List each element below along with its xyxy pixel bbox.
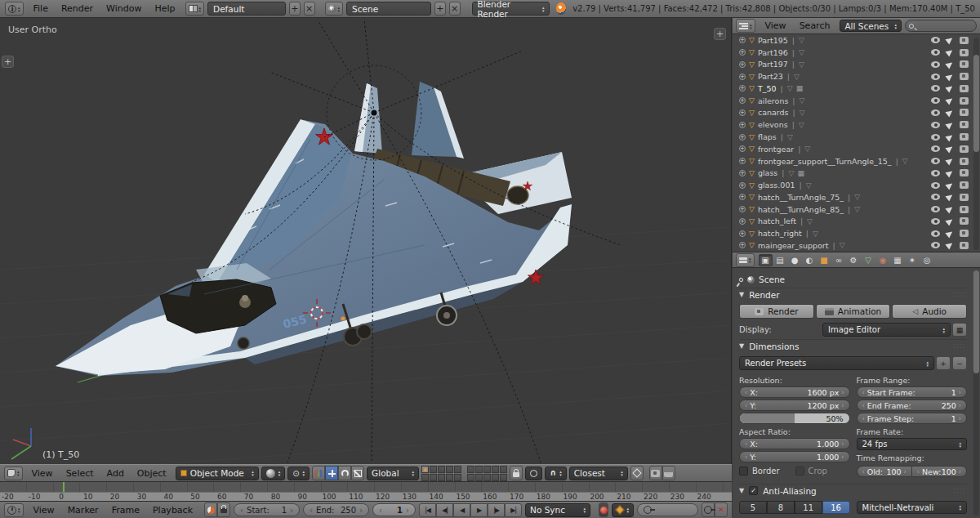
- expand-icon[interactable]: +: [739, 194, 746, 200]
- jump-to-start-button[interactable]: |◀: [419, 503, 436, 517]
- layer-cell[interactable]: [483, 466, 491, 473]
- insert-keyframe-button[interactable]: [702, 502, 715, 517]
- visibility-eye-icon[interactable]: [931, 206, 940, 212]
- renderability-camera-icon[interactable]: [960, 85, 969, 92]
- editor-type-timeline-button[interactable]: ▴▾: [4, 503, 24, 517]
- visibility-eye-icon[interactable]: [931, 242, 940, 248]
- outliner-item-hatch__TurnAngle_75_[interactable]: +▽hatch__TurnAngle_75_|▽: [733, 191, 973, 203]
- start-frame-prop-field[interactable]: ‹Start Frame:1›: [857, 386, 968, 398]
- layer-cell[interactable]: [421, 466, 429, 473]
- properties-tab-texture[interactable]: ▦: [891, 254, 905, 266]
- add-scene-button[interactable]: +: [434, 2, 446, 16]
- lock-time-button[interactable]: [217, 502, 230, 517]
- visibility-eye-icon[interactable]: [931, 49, 940, 56]
- visibility-eye-icon[interactable]: [931, 158, 940, 164]
- layer-cell[interactable]: [500, 474, 507, 481]
- outliner-item-frontgear[interactable]: +▽frontgear|▽: [733, 143, 973, 155]
- aspect-x-field[interactable]: ‹X:1.000›: [739, 438, 850, 449]
- selectability-cursor-icon[interactable]: [945, 120, 954, 129]
- visibility-eye-icon[interactable]: [931, 122, 940, 128]
- outliner-item-Part195[interactable]: +▽Part195|▽: [733, 34, 973, 47]
- aspect-y-field[interactable]: ‹Y:1.000›: [739, 451, 850, 462]
- outliner-item-glass.001[interactable]: +▽glass.001|▽: [733, 179, 973, 191]
- expand-icon[interactable]: +: [739, 218, 746, 225]
- properties-shelf-expand-button[interactable]: +: [714, 28, 726, 40]
- renderability-camera-icon[interactable]: [960, 133, 969, 141]
- render-panel-header[interactable]: ▼ Render::::: [739, 288, 967, 301]
- layer-cell[interactable]: [421, 474, 429, 481]
- properties-tab-object-data[interactable]: ▽: [862, 254, 875, 266]
- layers-grid-1[interactable]: [421, 466, 461, 481]
- auto-keyframe-button[interactable]: [599, 502, 608, 517]
- menu-object[interactable]: Object: [131, 468, 173, 479]
- opengl-render-anim-button[interactable]: [662, 466, 675, 480]
- expand-icon[interactable]: +: [739, 61, 746, 68]
- expand-icon[interactable]: +: [739, 109, 746, 116]
- expand-icon[interactable]: +: [739, 122, 746, 128]
- menu-add[interactable]: Add: [100, 468, 131, 479]
- render-engine-select[interactable]: Blender Render▴▾: [472, 2, 550, 16]
- selectability-cursor-icon[interactable]: [945, 96, 954, 105]
- menu-window[interactable]: Window: [100, 3, 148, 14]
- visibility-eye-icon[interactable]: [931, 194, 940, 200]
- timeline-ruler[interactable]: -20-100102030405060708090100110120130140…: [0, 492, 732, 501]
- selectability-cursor-icon[interactable]: [945, 241, 954, 250]
- menu-view[interactable]: View: [759, 20, 793, 31]
- properties-tab-object[interactable]: ■: [817, 254, 831, 266]
- next-keyframe-button[interactable]: |▶: [488, 503, 505, 517]
- scene-name-field[interactable]: Scene: [346, 2, 431, 16]
- visibility-eye-icon[interactable]: [931, 230, 940, 237]
- timeline-track[interactable]: [0, 482, 732, 492]
- add-layout-button[interactable]: +: [289, 2, 301, 16]
- layer-cell[interactable]: [475, 474, 483, 481]
- renderability-camera-icon[interactable]: [960, 181, 969, 189]
- menu-frame[interactable]: Frame: [105, 505, 146, 516]
- aircraft-model[interactable]: 055: [56, 82, 572, 376]
- layer-cell[interactable]: [483, 474, 491, 481]
- selectability-cursor-icon[interactable]: [945, 156, 954, 165]
- prev-keyframe-button[interactable]: ◀|: [436, 503, 453, 517]
- snap-target-button[interactable]: [630, 466, 644, 480]
- selectability-cursor-icon[interactable]: [945, 108, 954, 117]
- expand-icon[interactable]: +: [739, 134, 746, 141]
- renderability-camera-icon[interactable]: [960, 158, 969, 165]
- crop-checkbox[interactable]: [795, 467, 804, 476]
- close-layout-button[interactable]: ×: [304, 2, 315, 16]
- remove-preset-button[interactable]: −: [952, 356, 967, 370]
- visibility-eye-icon[interactable]: [931, 218, 940, 225]
- properties-tab-modifiers[interactable]: ⚙: [847, 254, 861, 266]
- outliner-item-glass[interactable]: +▽glass|▽▦: [733, 167, 973, 179]
- selectability-cursor-icon[interactable]: [945, 36, 954, 45]
- properties-tab-particles[interactable]: ✶: [906, 254, 920, 266]
- screen-layout-icon-button[interactable]: ▴▾: [185, 2, 205, 16]
- 3d-viewport[interactable]: 055: [0, 18, 732, 464]
- selectability-cursor-icon[interactable]: [945, 204, 954, 213]
- add-preset-button[interactable]: +: [936, 356, 951, 370]
- properties-tab-physics[interactable]: ◎: [920, 254, 934, 266]
- layer-cell[interactable]: [438, 466, 445, 473]
- snap-toggle[interactable]: ∪▴▾: [545, 467, 567, 480]
- properties-tab-render-layers[interactable]: ▤: [773, 254, 787, 266]
- menu-search[interactable]: Search: [793, 20, 837, 31]
- resolution-x-field[interactable]: ‹X:1600 px›: [739, 386, 850, 398]
- expand-icon[interactable]: +: [739, 74, 746, 80]
- menu-view[interactable]: View: [27, 505, 61, 516]
- menu-select[interactable]: Select: [60, 468, 100, 479]
- menu-playback[interactable]: Playback: [146, 505, 199, 516]
- renderability-camera-icon[interactable]: [960, 37, 969, 44]
- properties-tab-render[interactable]: ▣: [759, 254, 773, 266]
- aa-filter-select[interactable]: Mitchell-Netravali▴▾: [857, 501, 968, 514]
- layer-cell[interactable]: [430, 474, 437, 481]
- selectability-cursor-icon[interactable]: [945, 145, 954, 154]
- jump-to-end-button[interactable]: ▶|: [505, 503, 522, 517]
- layer-cell[interactable]: [467, 466, 474, 473]
- layers-grid-2[interactable]: [467, 466, 507, 481]
- selectability-cursor-icon[interactable]: [945, 181, 954, 190]
- viewport-shading-select[interactable]: ▴▾: [261, 467, 286, 480]
- start-frame-field[interactable]: ‹Start:1›: [234, 503, 300, 516]
- render-presets-select[interactable]: Render Presets▴▾: [739, 356, 934, 370]
- display-image-editor-button[interactable]: ▦: [952, 323, 967, 337]
- outliner-item-frontgear_support__TurnAngle_15_[interactable]: +▽frontgear_support__TurnAngle_15_|▽: [733, 155, 973, 167]
- expand-icon[interactable]: +: [739, 182, 746, 189]
- toolshelf-expand-button[interactable]: +: [2, 56, 14, 68]
